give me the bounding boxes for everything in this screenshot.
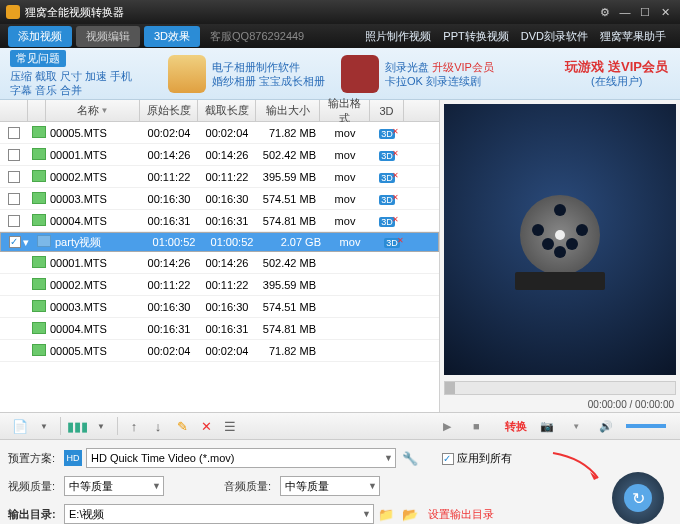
edit-button[interactable]: ✎ [172,417,192,435]
snapshot-button[interactable]: 📷 [538,417,556,435]
file-icon [32,170,46,182]
file-icon [32,322,46,334]
album-icon [168,55,206,93]
table-row[interactable]: 00004.MTS00:16:3100:16:31574.81 MB [0,318,439,340]
table-row[interactable]: 00005.MTS00:02:0400:02:0471.82 MB [0,340,439,362]
3d-badge[interactable]: 3D [379,195,395,205]
settings-icon[interactable]: ⚙ [596,5,614,19]
add-file-button[interactable]: 📄 [10,417,30,435]
3d-badge[interactable]: 3D [384,238,400,248]
move-up-button[interactable]: ↑ [124,417,144,435]
burn-icon [341,55,379,93]
col-size[interactable]: 输出大小 [256,100,320,121]
row-checkbox[interactable] [8,215,20,227]
preset-settings-button[interactable]: 🔧 [400,449,420,467]
col-fmt[interactable]: 输出格式 [320,100,370,121]
col-cut[interactable]: 截取长度 [198,100,256,121]
table-row[interactable]: 00003.MTS00:16:3000:16:30574.51 MBmov3D [0,188,439,210]
stop-button[interactable]: ■ [467,417,485,435]
cell-orig: 00:16:30 [140,301,198,313]
faq-links-2[interactable]: 字幕 音乐 合并 [10,83,150,97]
link-dvd[interactable]: DVD刻录软件 [521,29,588,44]
video-quality-select[interactable]: 中等质量▼ [64,476,164,496]
preset-label: 预置方案: [8,451,64,466]
row-checkbox[interactable] [8,149,20,161]
delete-button[interactable]: ✕ [196,417,216,435]
output-dir-input[interactable]: E:\视频▼ [64,504,374,524]
minimize-button[interactable]: — [616,5,634,19]
banner-burn[interactable]: 刻录光盘 升级VIP会员卡拉OK 刻录连续剧 [341,55,494,93]
banner-game[interactable]: 玩游戏 送VIP会员(在线用户) [565,60,668,88]
banner3-line2: (在线用户) [565,74,668,88]
cell-orig: 00:02:04 [140,127,198,139]
table-row[interactable]: 00004.MTS00:16:3100:16:31574.81 MBmov3D [0,210,439,232]
play-button[interactable]: ▶ [438,417,456,435]
title-bar: 狸窝全能视频转换器 ⚙ — ☐ ✕ [0,0,680,24]
row-checkbox[interactable] [8,193,20,205]
3d-badge[interactable]: 3D [379,151,395,161]
tab-3d-effect[interactable]: 3D效果 [144,26,200,47]
faq-links-1[interactable]: 压缩 截取 尺寸 加速 手机 [10,69,150,83]
bottom-panel: 预置方案: HD HD Quick Time Video (*.mov)▼ 🔧 … [0,440,680,524]
banner1-line2: 婚纱相册 宝宝成长相册 [212,74,325,88]
faq-box: 常见问题 压缩 截取 尺寸 加速 手机 字幕 音乐 合并 [0,46,160,101]
file-icon [32,300,46,312]
add-dropdown[interactable]: ▼ [34,417,54,435]
table-row[interactable]: 00003.MTS00:16:3000:16:30574.51 MB [0,296,439,318]
table-row[interactable]: 00005.MTS00:02:0400:02:0471.82 MBmov3D [0,122,439,144]
table-row[interactable]: 00002.MTS00:11:2200:11:22395.59 MBmov3D [0,166,439,188]
maximize-button[interactable]: ☐ [636,5,654,19]
3d-badge[interactable]: 3D [379,217,395,227]
support-qq: 客服QQ876292449 [210,29,304,44]
col-orig[interactable]: 原始长度 [140,100,198,121]
audio-quality-label: 音频质量: [224,479,280,494]
banner-album[interactable]: 电子相册制作软件婚纱相册 宝宝成长相册 [168,55,325,93]
row-checkbox[interactable] [8,127,20,139]
cell-name: 00001.MTS [46,149,140,161]
table-row[interactable]: 00001.MTS00:14:2600:14:26502.42 MBmov3D [0,144,439,166]
close-button[interactable]: ✕ [656,5,674,19]
apply-all-checkbox[interactable] [442,453,454,465]
video-quality-label: 视频质量: [8,479,64,494]
volume-slider[interactable] [626,424,666,428]
move-down-button[interactable]: ↓ [148,417,168,435]
cell-cut: 00:02:04 [198,345,256,357]
tab-add-video[interactable]: 添加视频 [8,26,72,47]
link-apple[interactable]: 狸窝苹果助手 [600,29,666,44]
tab-video-edit[interactable]: 视频编辑 [76,26,140,47]
row-checkbox[interactable] [8,171,20,183]
file-icon [32,192,46,204]
preset-select[interactable]: HD Quick Time Video (*.mov)▼ [86,448,396,468]
convert-label: 转换 [505,419,527,434]
bars-dropdown[interactable]: ▼ [91,417,111,435]
cell-orig: 00:16:31 [140,323,198,335]
list-button[interactable]: ☰ [220,417,240,435]
seek-slider[interactable] [444,381,676,395]
3d-badge[interactable]: 3D [379,129,395,139]
bars-icon[interactable]: ▮▮▮ [67,417,87,435]
cell-name: 00004.MTS [46,323,140,335]
link-ppt-video[interactable]: PPT转换视频 [443,29,508,44]
browse-folder-button[interactable]: 📁 [376,505,396,523]
col-3d[interactable]: 3D [370,100,404,121]
3d-badge[interactable]: 3D [379,173,395,183]
banner2-vip: 升级VIP会员 [432,61,494,73]
banner2-line2: 卡拉OK 刻录连续剧 [385,74,494,88]
file-icon [32,256,46,268]
snapshot-dropdown[interactable]: ▼ [567,417,585,435]
audio-quality-select[interactable]: 中等质量▼ [280,476,380,496]
cell-cut: 00:14:26 [198,149,256,161]
open-folder-button[interactable]: 📂 [400,505,420,523]
link-photo-video[interactable]: 照片制作视频 [365,29,431,44]
row-checkbox[interactable] [9,236,21,248]
table-row[interactable]: ▾party视频01:00:5201:00:522.07 GBmov3D [0,232,439,252]
file-icon [32,126,46,138]
table-row[interactable]: 00002.MTS00:11:2200:11:22395.59 MB [0,274,439,296]
table-row[interactable]: 00001.MTS00:14:2600:14:26502.42 MB [0,252,439,274]
cell-size: 574.51 MB [256,301,320,313]
col-name[interactable]: 名称▼ [46,100,140,121]
cell-size: 502.42 MB [256,149,320,161]
convert-button[interactable]: ↻ [612,472,664,524]
volume-icon[interactable]: 🔊 [597,417,615,435]
banner-strip: 常见问题 压缩 截取 尺寸 加速 手机 字幕 音乐 合并 电子相册制作软件婚纱相… [0,48,680,100]
